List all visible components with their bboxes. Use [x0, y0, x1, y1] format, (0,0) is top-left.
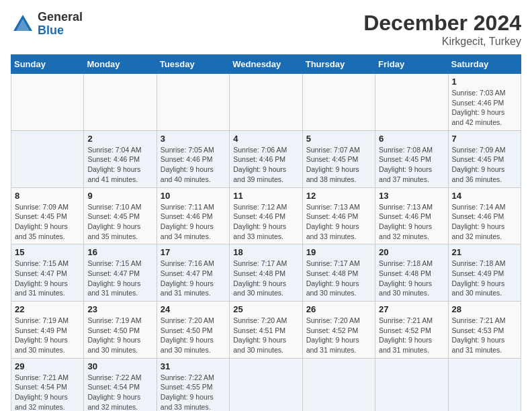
col-sunday: Sunday: [11, 55, 84, 74]
col-saturday: Saturday: [448, 55, 521, 74]
day-number: 22: [15, 304, 80, 314]
day-number: 14: [452, 191, 517, 201]
calendar-cell: [84, 74, 157, 131]
day-number: 27: [379, 304, 444, 314]
calendar-cell: [302, 358, 375, 411]
day-info: Sunrise: 7:14 AM Sunset: 4:46 PM Dayligh…: [452, 202, 517, 242]
calendar-cell: 8Sunrise: 7:09 AM Sunset: 4:45 PM Daylig…: [11, 187, 84, 244]
day-info: Sunrise: 7:18 AM Sunset: 4:48 PM Dayligh…: [379, 259, 444, 298]
calendar-cell: 1Sunrise: 7:03 AM Sunset: 4:46 PM Daylig…: [448, 74, 521, 131]
calendar-cell: [375, 358, 448, 411]
day-info: Sunrise: 7:09 AM Sunset: 4:45 PM Dayligh…: [15, 202, 80, 242]
day-number: 20: [379, 247, 444, 257]
calendar-cell: [11, 74, 84, 131]
day-number: 1: [452, 77, 517, 87]
col-wednesday: Wednesday: [230, 55, 302, 74]
day-info: Sunrise: 7:22 AM Sunset: 4:54 PM Dayligh…: [87, 373, 152, 411]
calendar-cell: 3Sunrise: 7:05 AM Sunset: 4:46 PM Daylig…: [157, 130, 229, 187]
day-info: Sunrise: 7:21 AM Sunset: 4:54 PM Dayligh…: [15, 373, 80, 411]
day-info: Sunrise: 7:11 AM Sunset: 4:46 PM Dayligh…: [161, 202, 226, 242]
calendar-cell: 13Sunrise: 7:13 AM Sunset: 4:46 PM Dayli…: [375, 187, 448, 244]
logo-icon: [11, 12, 35, 36]
logo: General Blue: [11, 11, 83, 38]
calendar-cell: 5Sunrise: 7:07 AM Sunset: 4:45 PM Daylig…: [302, 130, 375, 187]
day-info: Sunrise: 7:19 AM Sunset: 4:49 PM Dayligh…: [15, 316, 80, 355]
day-number: 11: [233, 191, 298, 201]
day-number: 7: [452, 134, 517, 144]
calendar-cell: 17Sunrise: 7:16 AM Sunset: 4:47 PM Dayli…: [157, 244, 229, 302]
day-info: Sunrise: 7:13 AM Sunset: 4:46 PM Dayligh…: [379, 202, 444, 242]
day-number: 3: [161, 134, 226, 144]
calendar-cell: 20Sunrise: 7:18 AM Sunset: 4:48 PM Dayli…: [375, 244, 448, 302]
day-info: Sunrise: 7:22 AM Sunset: 4:55 PM Dayligh…: [161, 373, 226, 411]
calendar-cell: 24Sunrise: 7:20 AM Sunset: 4:50 PM Dayli…: [157, 302, 229, 359]
calendar-cell: 16Sunrise: 7:15 AM Sunset: 4:47 PM Dayli…: [84, 244, 157, 302]
day-info: Sunrise: 7:20 AM Sunset: 4:52 PM Dayligh…: [306, 316, 371, 355]
day-number: 28: [452, 304, 517, 314]
calendar-cell: 4Sunrise: 7:06 AM Sunset: 4:46 PM Daylig…: [230, 130, 302, 187]
calendar-header: Sunday Monday Tuesday Wednesday Thursday…: [11, 55, 521, 74]
calendar-cell: [302, 74, 375, 131]
day-info: Sunrise: 7:04 AM Sunset: 4:46 PM Dayligh…: [87, 145, 152, 185]
day-info: Sunrise: 7:06 AM Sunset: 4:46 PM Dayligh…: [233, 145, 298, 185]
calendar-cell: 22Sunrise: 7:19 AM Sunset: 4:49 PM Dayli…: [11, 302, 84, 359]
title-block: December 2024 Kirkgecit, Turkey: [363, 11, 521, 48]
calendar-cell: 12Sunrise: 7:13 AM Sunset: 4:46 PM Dayli…: [302, 187, 375, 244]
day-number: 9: [87, 191, 152, 201]
col-thursday: Thursday: [302, 55, 375, 74]
logo-text: General Blue: [38, 11, 83, 38]
day-number: 25: [233, 304, 298, 314]
day-number: 4: [233, 134, 298, 144]
day-number: 5: [306, 134, 371, 144]
calendar-body: 1Sunrise: 7:03 AM Sunset: 4:46 PM Daylig…: [11, 74, 521, 412]
calendar-cell: [11, 130, 84, 187]
day-number: 15: [15, 247, 80, 257]
calendar-cell: 18Sunrise: 7:17 AM Sunset: 4:48 PM Dayli…: [230, 244, 302, 302]
day-info: Sunrise: 7:19 AM Sunset: 4:50 PM Dayligh…: [87, 316, 152, 355]
day-number: 8: [15, 191, 80, 201]
calendar-cell: 15Sunrise: 7:15 AM Sunset: 4:47 PM Dayli…: [11, 244, 84, 302]
calendar-week-4: 22Sunrise: 7:19 AM Sunset: 4:49 PM Dayli…: [11, 302, 521, 359]
day-info: Sunrise: 7:09 AM Sunset: 4:45 PM Dayligh…: [452, 145, 517, 185]
day-info: Sunrise: 7:15 AM Sunset: 4:47 PM Dayligh…: [15, 259, 80, 298]
day-number: 31: [161, 361, 226, 371]
day-info: Sunrise: 7:12 AM Sunset: 4:46 PM Dayligh…: [233, 202, 298, 242]
calendar-cell: 23Sunrise: 7:19 AM Sunset: 4:50 PM Dayli…: [84, 302, 157, 359]
day-info: Sunrise: 7:16 AM Sunset: 4:47 PM Dayligh…: [161, 259, 226, 298]
calendar-cell: [375, 74, 448, 131]
day-info: Sunrise: 7:20 AM Sunset: 4:51 PM Dayligh…: [233, 316, 298, 355]
day-info: Sunrise: 7:08 AM Sunset: 4:45 PM Dayligh…: [379, 145, 444, 185]
calendar-cell: 27Sunrise: 7:21 AM Sunset: 4:52 PM Dayli…: [375, 302, 448, 359]
calendar-cell: 25Sunrise: 7:20 AM Sunset: 4:51 PM Dayli…: [230, 302, 302, 359]
calendar-cell: 7Sunrise: 7:09 AM Sunset: 4:45 PM Daylig…: [448, 130, 521, 187]
calendar-cell: 26Sunrise: 7:20 AM Sunset: 4:52 PM Dayli…: [302, 302, 375, 359]
day-info: Sunrise: 7:07 AM Sunset: 4:45 PM Dayligh…: [306, 145, 371, 185]
col-monday: Monday: [84, 55, 157, 74]
calendar-cell: 11Sunrise: 7:12 AM Sunset: 4:46 PM Dayli…: [230, 187, 302, 244]
calendar-week-5: 29Sunrise: 7:21 AM Sunset: 4:54 PM Dayli…: [11, 358, 521, 411]
day-info: Sunrise: 7:10 AM Sunset: 4:45 PM Dayligh…: [87, 202, 152, 242]
calendar-cell: 19Sunrise: 7:17 AM Sunset: 4:48 PM Dayli…: [302, 244, 375, 302]
calendar-week-3: 15Sunrise: 7:15 AM Sunset: 4:47 PM Dayli…: [11, 244, 521, 302]
day-number: 13: [379, 191, 444, 201]
logo-general-text: General: [38, 11, 83, 24]
calendar-week-2: 8Sunrise: 7:09 AM Sunset: 4:45 PM Daylig…: [11, 187, 521, 244]
day-info: Sunrise: 7:13 AM Sunset: 4:46 PM Dayligh…: [306, 202, 371, 242]
calendar-cell: 30Sunrise: 7:22 AM Sunset: 4:54 PM Dayli…: [84, 358, 157, 411]
day-number: 21: [452, 247, 517, 257]
col-friday: Friday: [375, 55, 448, 74]
col-tuesday: Tuesday: [157, 55, 229, 74]
calendar-cell: 9Sunrise: 7:10 AM Sunset: 4:45 PM Daylig…: [84, 187, 157, 244]
location-title: Kirkgecit, Turkey: [363, 36, 521, 48]
day-info: Sunrise: 7:15 AM Sunset: 4:47 PM Dayligh…: [87, 259, 152, 298]
day-info: Sunrise: 7:03 AM Sunset: 4:46 PM Dayligh…: [452, 88, 517, 128]
calendar-table: Sunday Monday Tuesday Wednesday Thursday…: [11, 54, 521, 411]
calendar-cell: 31Sunrise: 7:22 AM Sunset: 4:55 PM Dayli…: [157, 358, 229, 411]
calendar-cell: [157, 74, 229, 131]
day-info: Sunrise: 7:21 AM Sunset: 4:53 PM Dayligh…: [452, 316, 517, 355]
day-info: Sunrise: 7:20 AM Sunset: 4:50 PM Dayligh…: [161, 316, 226, 355]
calendar-cell: [448, 358, 521, 411]
day-number: 19: [306, 247, 371, 257]
calendar-cell: 2Sunrise: 7:04 AM Sunset: 4:46 PM Daylig…: [84, 130, 157, 187]
day-number: 17: [161, 247, 226, 257]
